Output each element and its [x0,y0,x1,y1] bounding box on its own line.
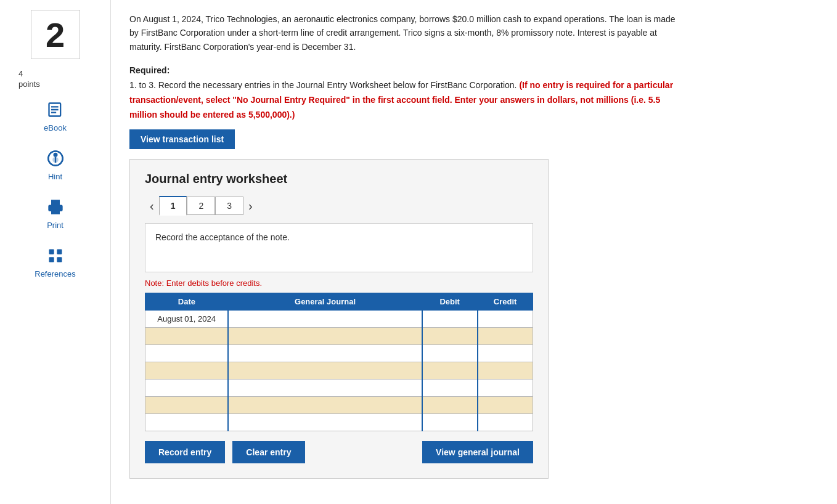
table-row [145,380,533,397]
date-cell-5 [145,380,229,397]
table-row: August 01, 2024 [145,311,533,328]
points-unit: points [18,79,40,89]
table-row [145,328,533,345]
journal-input-3[interactable] [229,345,422,362]
record-entry-button[interactable]: Record entry [145,441,225,463]
tab-button-2[interactable]: 2 [187,197,215,215]
credit-cell-1[interactable] [478,311,533,328]
journal-input-2[interactable] [229,328,422,344]
table-row [145,397,533,414]
credit-input-2[interactable] [478,328,533,344]
table-row [145,362,533,380]
journal-cell-4[interactable] [228,362,422,380]
col-header-journal: General Journal [228,293,422,311]
date-cell-1: August 01, 2024 [145,311,229,328]
svg-rect-4 [49,250,54,254]
debit-cell-7[interactable] [422,414,478,431]
journal-cell-6[interactable] [228,397,422,414]
table-row [145,414,533,431]
journal-cell-5[interactable] [228,380,422,397]
tab-prev-button[interactable]: ‹ [145,197,159,216]
main-content: On August 1, 2024, Trico Technologies, a… [111,0,837,504]
sidebar-item-hint[interactable]: Hint [6,142,104,186]
date-cell-7 [145,414,229,431]
tab-button-1[interactable]: 1 [159,196,187,216]
journal-input-6[interactable] [229,397,422,413]
entry-description: Record the acceptance of the note. [145,223,533,272]
debit-cell-6[interactable] [422,397,478,414]
debit-cell-1[interactable] [422,311,478,328]
references-label: References [35,269,75,278]
debit-cell-5[interactable] [422,380,478,397]
col-header-date: Date [145,293,229,311]
debit-cell-2[interactable] [422,328,478,345]
debit-input-6[interactable] [423,397,477,413]
date-cell-6 [145,397,229,414]
action-buttons-row: Record entry Clear entry View general jo… [145,441,533,463]
journal-input-4[interactable] [229,362,422,379]
journal-input-7[interactable] [229,414,422,431]
entry-description-text: Record the acceptance of the note. [155,232,290,242]
credit-cell-2[interactable] [478,328,533,345]
journal-cell-3[interactable] [228,345,422,362]
required-label: Required: [129,65,169,75]
col-header-debit: Debit [422,293,478,311]
credit-cell-5[interactable] [478,380,533,397]
date-cell-4 [145,362,229,380]
credit-cell-3[interactable] [478,345,533,362]
journal-cell-7[interactable] [228,414,422,431]
sidebar: 2 4 points eBook H [0,0,111,504]
sidebar-item-print[interactable]: Print [6,191,104,235]
credit-input-1[interactable] [478,311,533,327]
journal-input-1[interactable] [229,311,422,327]
svg-rect-7 [57,257,62,262]
debit-cell-3[interactable] [422,345,478,362]
print-label: Print [47,221,63,230]
journal-cell-1[interactable] [228,311,422,328]
debit-input-7[interactable] [423,414,477,431]
credit-cell-6[interactable] [478,397,533,414]
debit-input-4[interactable] [423,362,477,379]
problem-text: On August 1, 2024, Trico Technologies, a… [129,12,684,54]
question-number-box: 2 [31,10,80,59]
debit-input-1[interactable] [423,311,477,327]
col-header-credit: Credit [478,293,533,311]
sidebar-item-ebook[interactable]: eBook [6,94,104,137]
ebook-icon [44,99,67,121]
ebook-label: eBook [44,123,67,132]
credit-input-6[interactable] [478,397,533,413]
worksheet-box: Journal entry worksheet ‹ 1 2 3 › Record… [129,159,549,479]
question-number: 2 [46,15,65,55]
tab-navigation: ‹ 1 2 3 › [145,196,533,216]
svg-rect-5 [57,250,62,254]
view-general-journal-button[interactable]: View general journal [422,441,533,463]
note-text: Note: Enter debits before credits. [145,278,533,288]
required-instruction: 1. to 3. Record the necessary entries in… [129,80,516,90]
debit-input-5[interactable] [423,380,477,396]
journal-table: Date General Journal Debit Credit August… [145,293,533,431]
debit-input-3[interactable] [423,345,477,362]
tab-next-button[interactable]: › [243,197,258,216]
svg-point-1 [53,153,57,157]
credit-cell-4[interactable] [478,362,533,380]
credit-input-5[interactable] [478,380,533,396]
view-transaction-button[interactable]: View transaction list [129,129,235,149]
credit-cell-7[interactable] [478,414,533,431]
credit-input-3[interactable] [478,345,533,362]
print-icon [44,196,67,218]
hint-label: Hint [48,172,62,181]
journal-cell-2[interactable] [228,328,422,345]
points-value: 4 [18,69,23,78]
credit-input-7[interactable] [478,414,533,431]
clear-entry-button[interactable]: Clear entry [232,441,304,463]
debit-input-2[interactable] [423,328,477,344]
date-value-1: August 01, 2024 [157,314,216,323]
journal-input-5[interactable] [229,380,422,396]
sidebar-item-references[interactable]: References [6,240,104,283]
credit-input-4[interactable] [478,362,533,379]
debit-cell-4[interactable] [422,362,478,380]
hint-icon [44,147,67,169]
date-cell-2 [145,328,229,345]
tab-button-3[interactable]: 3 [215,197,243,215]
table-row [145,345,533,362]
